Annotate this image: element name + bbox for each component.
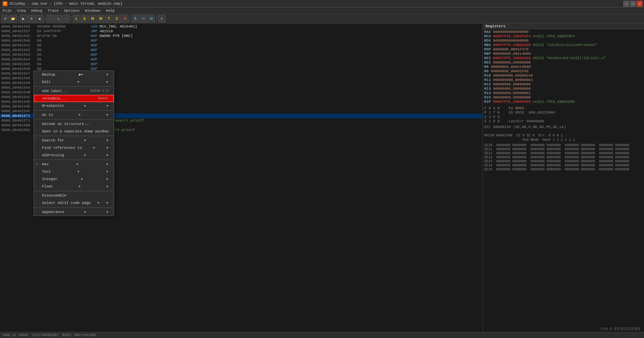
ctx-backup[interactable]: Backup ▶ xyxy=(34,71,114,78)
ctx-ascii-codepage[interactable]: Select ASCII code page ▶ xyxy=(34,199,114,207)
window-controls[interactable]: ─ □ ✕ xyxy=(623,1,643,7)
menu-view[interactable]: View xyxy=(14,7,28,14)
status-bar: Jump is taken Init=00401581 Body: RAX=re… xyxy=(0,332,644,338)
toolbar-sep3 xyxy=(71,16,72,22)
reg-r11: R11 000000000_00000001 xyxy=(484,78,643,82)
reg-r9: R9 00000000_00001F60 xyxy=(484,69,643,74)
ctx-goto[interactable]: Go to ▶ xyxy=(34,111,114,119)
menu-help[interactable]: Help xyxy=(103,7,117,14)
toolbar-W[interactable]: W xyxy=(97,15,104,23)
disasm-view[interactable]: 0000_00401530481B00 09000ELEH MCX,[REL 4… xyxy=(0,24,482,338)
disasm-line[interactable]: 0000_00401530481B00 09000ELEH MCX,[REL 4… xyxy=(0,24,482,29)
toolbar-step-into[interactable]: ↓ xyxy=(46,15,54,23)
toolbar-B[interactable]: B xyxy=(132,15,139,23)
close-button[interactable]: ✕ xyxy=(637,1,643,7)
registers-title: Registers xyxy=(483,24,644,29)
cpu-panel: 0000_00401530481B00 09000ELEH MCX,[REL 4… xyxy=(0,24,483,338)
ctx-sep4 xyxy=(34,136,114,136)
minimize-button[interactable]: ─ xyxy=(623,1,629,7)
reg-xmm4: ZE14 0000000 0000000 0000000 0000000 000… xyxy=(484,160,643,163)
toolbar-R[interactable]: R xyxy=(121,15,129,23)
ctx-search-for[interactable]: Search for ▶ xyxy=(34,137,114,144)
disasm-line[interactable]: 0000_0040154290NOP xyxy=(0,48,482,52)
toolbar-sep2 xyxy=(45,16,45,22)
reg-r8: R8 00000000_000214000 xyxy=(484,65,643,69)
toolbar-H[interactable]: H xyxy=(140,15,147,23)
context-menu: Backup ▶ Edit ▶ Add label... Colon (:) A… xyxy=(34,71,114,216)
reg-rax: RAX 0000000000000000 xyxy=(484,30,643,34)
ctx-disassemble[interactable]: Disassemble xyxy=(34,192,114,199)
app-icon: O xyxy=(3,1,7,6)
menu-windows[interactable]: Windows xyxy=(82,7,103,14)
ctx-sep5 xyxy=(34,160,114,160)
reg-rsp: RSP 0000000_0061F370 xyxy=(484,47,643,52)
reg-rsi: RSI 00007FFE_S9B6C009 ASCII "minkernel\n… xyxy=(484,56,643,60)
toolbar-step-out[interactable]: ↑ xyxy=(62,15,70,23)
ctx-addressing[interactable]: Addressing ▶ xyxy=(34,152,114,159)
reg-mxcsr2: Rnd NEAR Mask 1 1 1 1 1 1 xyxy=(484,138,643,142)
watermark: CSDN @ 雾里看花花里看雾 xyxy=(600,327,641,331)
ctx-edit[interactable]: Edit ▶ xyxy=(34,78,114,86)
ctx-sep6 xyxy=(34,191,114,191)
toolbar-list[interactable]: ≡ xyxy=(158,15,166,23)
ctx-appearance[interactable]: Appearance ▶ xyxy=(34,208,114,216)
toolbar-sep1 xyxy=(18,16,18,22)
reg-z: Z 1 O 0 LastErr 00000000 xyxy=(484,119,643,124)
reg-rcx: RCX 00007FFE_S9B2F0F4 ntdll.7FFE_S9B2F0F… xyxy=(484,34,643,39)
status-text2: Init=00401581 xyxy=(32,333,58,337)
toolbar: ↺ 📂 ▶ ⏸ ■ ↓ ↘ ↑ L E M W T C R B H M ≡ xyxy=(0,14,644,24)
reg-gs: P 1 T 0 GS 0028 000_00215000 xyxy=(484,111,643,115)
ctx-sep2 xyxy=(34,110,114,111)
disasm-line[interactable]: 0000_00401537E9 04FFFFFFJMP 401510 xyxy=(0,29,482,34)
registers-content: RAX 0000000000000000 RCX 00007FFE_S9B2F0… xyxy=(483,29,644,338)
menu-trace[interactable]: Trace xyxy=(45,7,61,14)
ctx-sep3 xyxy=(34,119,114,120)
toolbar-restart[interactable]: ↺ xyxy=(1,15,9,23)
disasm-line[interactable]: 0000_0040154090NOP xyxy=(0,38,482,43)
ctx-find-refs[interactable]: Find references to ▶ xyxy=(34,144,114,152)
reg-rip: RIP 00007FFE_S9B6CER5 ntdll.7FFE_S9B6CER… xyxy=(484,100,643,104)
reg-xmm2: ZE12 0000000 0000000 0000000 0000000 000… xyxy=(484,152,643,155)
menu-file[interactable]: File xyxy=(0,7,14,14)
ctx-add-label[interactable]: Add label... Colon (:) xyxy=(34,87,114,95)
reg-rdx: RDX 0000000000000000 xyxy=(484,39,643,43)
disasm-line[interactable]: 0000_0040154390NOP xyxy=(0,52,482,57)
toolbar-E[interactable]: E xyxy=(81,15,88,23)
toolbar-step-over[interactable]: ↘ xyxy=(54,15,62,23)
toolbar-run[interactable]: ▶ xyxy=(20,15,27,23)
menu-options[interactable]: Options xyxy=(61,7,82,14)
ctx-decode-struct[interactable]: Decode as structure... xyxy=(34,120,114,128)
toolbar-stop[interactable]: ■ xyxy=(36,15,43,23)
ctx-float[interactable]: Float ▶ xyxy=(34,183,114,190)
ctx-integer[interactable]: Integer ▶ xyxy=(34,175,114,183)
toolbar-L[interactable]: L xyxy=(73,15,80,23)
menu-debug[interactable]: Debug xyxy=(29,7,45,14)
reg-xmm0: ZE10 0000000 0000000 0000000 0000000 000… xyxy=(484,143,643,147)
toolbar-C[interactable]: C xyxy=(113,15,121,23)
maximize-button[interactable]: □ xyxy=(630,1,636,7)
disasm-line[interactable]: 0000_0040154490NOP xyxy=(0,57,482,62)
toolbar-T[interactable]: T xyxy=(105,15,112,23)
disasm-line[interactable]: 0000_0040154190NOP xyxy=(0,43,482,48)
reg-a: A 1 D 0 xyxy=(484,115,643,119)
reg-efl: EFL 00000246 (NO,NB,E,BE,NS,PE,GE,LE) xyxy=(484,125,643,129)
reg-rdi: RDI 00000000_00000000 xyxy=(484,60,643,65)
reg-r15: R15 00000000_00000000 xyxy=(484,95,643,100)
status-text3: Body: RAX=retaddr xyxy=(62,333,97,337)
reg-xmm6: ZE16 0000000 0000000 0000000 0000000 000… xyxy=(484,168,643,171)
ctx-breakpoint[interactable]: Breakpoint ▶ xyxy=(34,102,114,110)
ctx-hex[interactable]: ✓ Hex ▶ xyxy=(34,161,114,168)
reg-r10: R10 000000000_00000246 xyxy=(484,74,643,78)
ctx-open-dump[interactable]: Open in a separate dump window xyxy=(34,128,114,135)
toolbar-sep5 xyxy=(156,16,157,22)
disasm-line[interactable]: 0000_0040154590NOP xyxy=(0,62,482,67)
reg-rbx: RBX 00007FFE_S9BDCE09 ASCII "LdrpInitial… xyxy=(484,43,643,47)
toolbar-open[interactable]: 📂 xyxy=(9,15,17,23)
toolbar-M[interactable]: M xyxy=(89,15,96,23)
toolbar-sep4 xyxy=(130,16,130,22)
disasm-line[interactable]: 0000_0040153C0F1F40 00NOP DWORD PTR [MRC… xyxy=(0,34,482,38)
ctx-text[interactable]: Text ▶ xyxy=(34,168,114,175)
toolbar-M2[interactable]: M xyxy=(148,15,155,23)
ctx-assemble[interactable]: Assemble... Space xyxy=(34,95,114,102)
toolbar-pause[interactable]: ⏸ xyxy=(28,15,35,23)
